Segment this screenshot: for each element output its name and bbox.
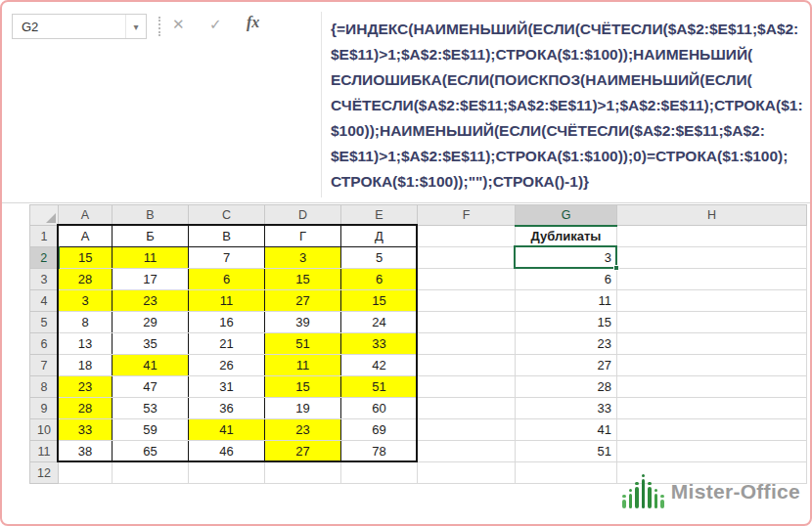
cell-A5[interactable]: 8 (59, 312, 113, 333)
cell-G10[interactable]: 41 (516, 419, 617, 441)
cell-F8[interactable] (418, 376, 516, 398)
cell-C5[interactable]: 16 (189, 312, 265, 333)
cell-E11[interactable]: 78 (341, 441, 418, 462)
column-header-B[interactable]: B (113, 205, 189, 226)
cell-E9[interactable]: 60 (341, 398, 418, 419)
name-box-dropdown-icon[interactable]: ▾ (125, 15, 146, 38)
cell-D6[interactable]: 51 (265, 333, 341, 355)
row-header-12[interactable]: 12 (30, 462, 59, 484)
cell-B8[interactable]: 47 (113, 376, 189, 398)
cell-B9[interactable]: 53 (113, 398, 189, 419)
cell-B5[interactable]: 29 (113, 312, 189, 333)
cell-D11[interactable]: 27 (265, 441, 341, 462)
cell-H10[interactable] (617, 419, 807, 441)
cell-D10[interactable]: 23 (265, 419, 341, 441)
cell-D1[interactable]: Г (265, 226, 341, 247)
cell-F11[interactable] (418, 441, 516, 462)
row-header-5[interactable]: 5 (30, 312, 59, 333)
cell-A10[interactable]: 33 (59, 419, 113, 441)
cell-G7[interactable]: 27 (516, 355, 617, 376)
cell-A4[interactable]: 3 (59, 290, 113, 312)
insert-function-icon[interactable]: fx (247, 14, 259, 31)
enter-icon[interactable]: ✓ (209, 16, 222, 33)
cell-F5[interactable] (418, 312, 516, 333)
cell-D7[interactable]: 11 (265, 355, 341, 376)
cell-A8[interactable]: 23 (59, 376, 113, 398)
cell-A1[interactable]: А (59, 226, 113, 247)
cell-B1[interactable]: Б (113, 226, 189, 247)
cell-C4[interactable]: 11 (189, 290, 265, 312)
cell-A2[interactable]: 15 (59, 247, 113, 269)
cell-G6[interactable]: 23 (516, 333, 617, 355)
cell-G1[interactable]: Дубликаты (516, 226, 617, 247)
cell-D2[interactable]: 3 (265, 247, 341, 269)
cell-F4[interactable] (418, 290, 516, 312)
cell-C10[interactable]: 41 (189, 419, 265, 441)
name-box[interactable]: G2 ▾ (12, 14, 147, 39)
cell-B10[interactable]: 59 (113, 419, 189, 441)
cell-C12[interactable] (189, 462, 265, 484)
cell-C8[interactable]: 31 (189, 376, 265, 398)
formula-input[interactable]: {=ИНДЕКС(НАИМЕНЬШИЙ(ЕСЛИ(СЧЁТЕСЛИ($A$2:$… (331, 17, 812, 195)
cell-D3[interactable]: 15 (265, 269, 341, 290)
cell-H6[interactable] (617, 333, 807, 355)
cell-C1[interactable]: В (189, 226, 265, 247)
cell-D9[interactable]: 19 (265, 398, 341, 419)
cell-C9[interactable]: 36 (189, 398, 265, 419)
cell-B3[interactable]: 17 (113, 269, 189, 290)
cell-B6[interactable]: 35 (113, 333, 189, 355)
row-header-7[interactable]: 7 (30, 355, 59, 376)
row-header-1[interactable]: 1 (30, 226, 59, 247)
row-header-8[interactable]: 8 (30, 376, 59, 398)
row-header-3[interactable]: 3 (30, 269, 59, 290)
cell-D12[interactable] (265, 462, 341, 484)
cell-E10[interactable]: 69 (341, 419, 418, 441)
row-header-9[interactable]: 9 (30, 398, 59, 419)
column-header-H[interactable]: H (617, 205, 807, 226)
column-header-F[interactable]: F (418, 205, 516, 226)
cell-C2[interactable]: 7 (189, 247, 265, 269)
column-header-D[interactable]: D (265, 205, 341, 226)
cell-G9[interactable]: 33 (516, 398, 617, 419)
cell-G4[interactable]: 11 (516, 290, 617, 312)
cell-H3[interactable] (617, 269, 807, 290)
cell-F7[interactable] (418, 355, 516, 376)
cell-H11[interactable] (617, 441, 807, 462)
cell-G3[interactable]: 6 (516, 269, 617, 290)
cell-G12[interactable] (516, 462, 617, 484)
cell-A6[interactable]: 13 (59, 333, 113, 355)
row-header-2[interactable]: 2 (30, 247, 59, 269)
cell-B12[interactable] (113, 462, 189, 484)
cell-H9[interactable] (617, 398, 807, 419)
cell-A12[interactable] (59, 462, 113, 484)
cell-D8[interactable]: 15 (265, 376, 341, 398)
cell-H8[interactable] (617, 376, 807, 398)
cell-F12[interactable] (418, 462, 516, 484)
column-header-G[interactable]: G (516, 205, 617, 226)
cell-H4[interactable] (617, 290, 807, 312)
cell-G5[interactable]: 15 (516, 312, 617, 333)
cell-A7[interactable]: 18 (59, 355, 113, 376)
cell-B7[interactable]: 41 (113, 355, 189, 376)
cell-F10[interactable] (418, 419, 516, 441)
cell-H7[interactable] (617, 355, 807, 376)
cell-F6[interactable] (418, 333, 516, 355)
cell-D4[interactable]: 27 (265, 290, 341, 312)
cell-B11[interactable]: 65 (113, 441, 189, 462)
cell-H1[interactable] (617, 226, 807, 247)
cell-C3[interactable]: 6 (189, 269, 265, 290)
cell-A11[interactable]: 38 (59, 441, 113, 462)
cell-A9[interactable]: 28 (59, 398, 113, 419)
cell-H2[interactable] (617, 247, 807, 269)
cell-F3[interactable] (418, 269, 516, 290)
cell-A3[interactable]: 28 (59, 269, 113, 290)
cell-D5[interactable]: 39 (265, 312, 341, 333)
cell-E8[interactable]: 51 (341, 376, 418, 398)
fill-handle[interactable] (613, 265, 619, 271)
cell-B2[interactable]: 11 (113, 247, 189, 269)
cell-G2[interactable]: 3 (516, 247, 617, 269)
cell-C11[interactable]: 46 (189, 441, 265, 462)
cell-E2[interactable]: 5 (341, 247, 418, 269)
select-all-corner[interactable] (30, 205, 59, 226)
cell-B4[interactable]: 23 (113, 290, 189, 312)
